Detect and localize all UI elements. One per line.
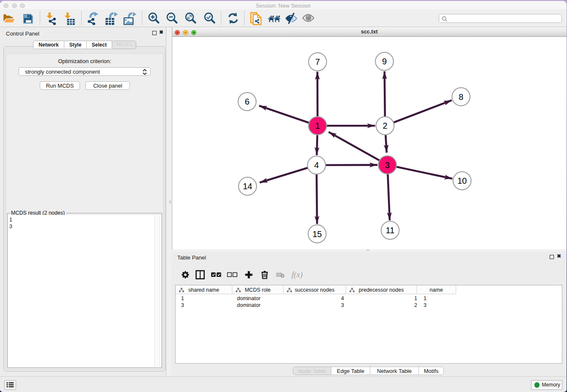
svg-text:8: 8 (459, 92, 463, 102)
svg-text:11: 11 (386, 226, 395, 235)
svg-text:2: 2 (383, 121, 387, 130)
svg-text:1: 1 (315, 121, 320, 130)
svg-text:3: 3 (385, 160, 390, 170)
svg-text:9: 9 (382, 57, 387, 66)
svg-text:14: 14 (243, 182, 252, 191)
svg-text:7: 7 (315, 57, 320, 66)
svg-text:4: 4 (314, 160, 319, 170)
svg-text:15: 15 (312, 229, 322, 239)
svg-text:10: 10 (457, 176, 467, 185)
svg-text:f(x): f(x) (292, 270, 303, 279)
svg-text:6: 6 (245, 97, 249, 106)
